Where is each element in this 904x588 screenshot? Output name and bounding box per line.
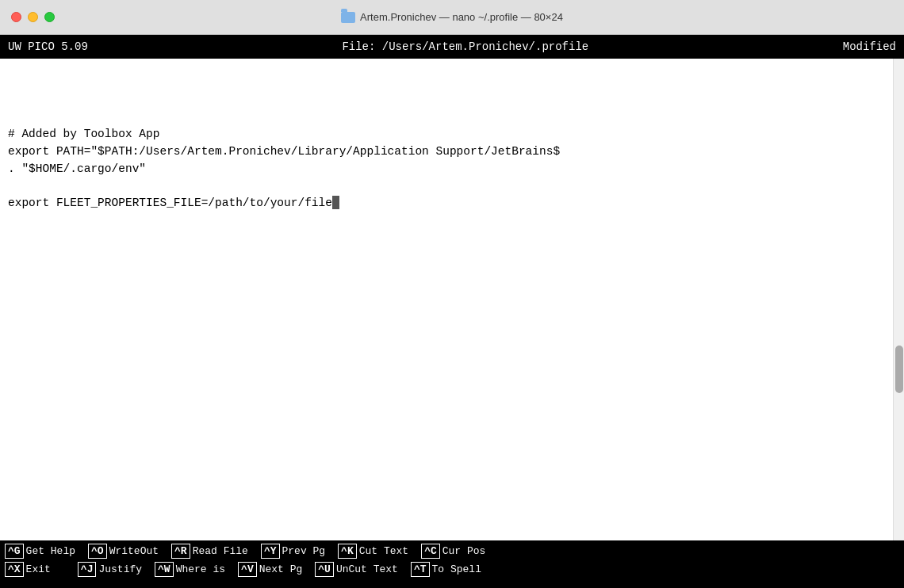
- shortcut-justify: ^J Justify: [78, 562, 151, 577]
- label-writeout: WriteOut: [109, 545, 159, 557]
- label-next-pg: Next Pg: [259, 563, 303, 575]
- editor-line-3: # Added by Toolbox App: [8, 128, 159, 140]
- shortcut-to-spell: ^T To Spell: [411, 562, 491, 577]
- key-ctrl-c: ^C: [421, 544, 440, 559]
- label-cut-text: Cut Text: [359, 545, 408, 557]
- editor-line-5: . "$HOME/.cargo/env": [8, 162, 146, 175]
- label-where-is: Where is: [176, 563, 225, 575]
- key-ctrl-j: ^J: [78, 562, 97, 577]
- label-justify: Justify: [98, 563, 142, 575]
- maximize-button[interactable]: [44, 12, 55, 22]
- window-title: Artem.Pronichev — nano ~/.profile — 80×2…: [341, 11, 563, 23]
- label-read-file: Read File: [193, 545, 248, 557]
- key-ctrl-u: ^U: [315, 562, 334, 577]
- key-ctrl-x: ^X: [5, 562, 24, 577]
- terminal-window: UW PICO 5.09 File: /Users/Artem.Proniche…: [0, 35, 904, 588]
- key-ctrl-o: ^O: [88, 544, 107, 559]
- key-ctrl-y: ^Y: [261, 544, 280, 559]
- title-bar: Artem.Pronichev — nano ~/.profile — 80×2…: [0, 0, 904, 35]
- label-exit: Exit: [26, 563, 51, 575]
- shortcut-prev-pg: ^Y Prev Pg: [261, 544, 335, 559]
- label-uncut-text: UnCut Text: [336, 563, 398, 575]
- key-ctrl-w: ^W: [155, 562, 174, 577]
- shortcut-where-is: ^W Where is: [155, 562, 235, 577]
- shortcut-read-file: ^R Read File: [171, 544, 258, 559]
- editor-content[interactable]: # Added by Toolbox App export PATH="$PAT…: [0, 59, 893, 540]
- file-path: File: /Users/Artem.Pronichev/.profile: [342, 40, 588, 53]
- minimize-button[interactable]: [28, 12, 38, 22]
- folder-icon: [341, 12, 355, 23]
- shortcut-uncut-text: ^U UnCut Text: [315, 562, 408, 577]
- shortcuts-row-1: ^G Get Help ^O WriteOut ^R Read File ^Y …: [5, 544, 899, 562]
- editor-area[interactable]: # Added by Toolbox App export PATH="$PAT…: [0, 59, 904, 540]
- key-ctrl-t: ^T: [411, 562, 430, 577]
- label-get-help: Get Help: [26, 545, 75, 557]
- key-ctrl-v: ^V: [238, 562, 257, 577]
- scrollbar-thumb[interactable]: [895, 346, 903, 393]
- shortcuts-bar: ^G Get Help ^O WriteOut ^R Read File ^Y …: [0, 540, 904, 588]
- modified-indicator: Modified: [843, 40, 896, 53]
- text-cursor: [332, 196, 339, 209]
- shortcut-next-pg: ^V Next Pg: [238, 562, 312, 577]
- shortcuts-row-2: ^X Exit ^J Justify ^W Where is ^V Next P…: [5, 562, 899, 580]
- shortcut-cut-text: ^K Cut Text: [338, 544, 418, 559]
- traffic-lights: [11, 12, 55, 22]
- key-ctrl-k: ^K: [338, 544, 357, 559]
- key-ctrl-g: ^G: [5, 544, 24, 559]
- editor-line-4: export PATH="$PATH:/Users/Artem.Proniche…: [8, 145, 560, 158]
- nano-status-bar: UW PICO 5.09 File: /Users/Artem.Proniche…: [0, 35, 904, 59]
- close-button[interactable]: [11, 12, 21, 22]
- shortcut-writeout: ^O WriteOut: [88, 544, 168, 559]
- shortcut-exit: ^X Exit: [5, 562, 75, 577]
- shortcut-get-help: ^G Get Help: [5, 544, 85, 559]
- pico-version: UW PICO 5.09: [8, 40, 88, 53]
- shortcut-cur-pos: ^C Cur Pos: [421, 544, 495, 559]
- scrollbar-track[interactable]: [893, 59, 904, 540]
- label-prev-pg: Prev Pg: [282, 545, 326, 557]
- editor-line-7: export FLEET_PROPERTIES_FILE=/path/to/yo…: [8, 197, 339, 209]
- key-ctrl-r: ^R: [171, 544, 190, 559]
- label-to-spell: To Spell: [432, 563, 481, 575]
- label-cur-pos: Cur Pos: [442, 545, 486, 557]
